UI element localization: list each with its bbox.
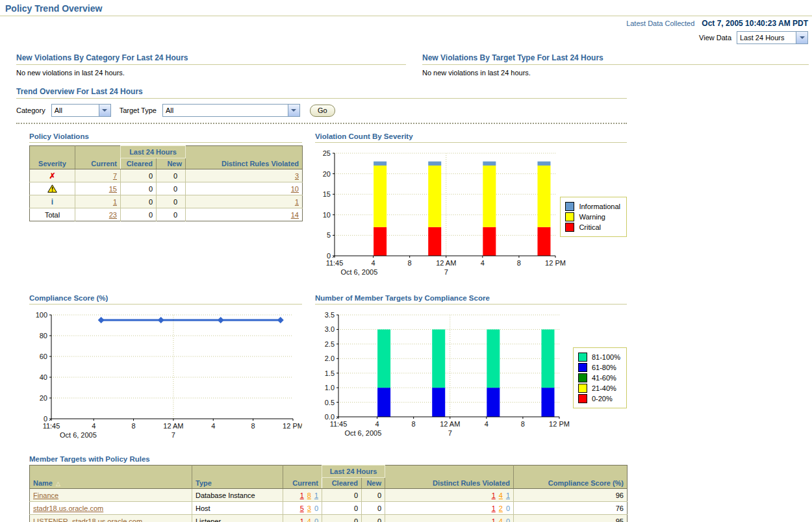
distinct-rules-link[interactable]: 1 xyxy=(295,198,299,206)
cleared-count: 0 xyxy=(354,491,358,499)
svg-text:20: 20 xyxy=(40,394,47,402)
distinct-rules-link[interactable]: 1 xyxy=(492,517,496,522)
column-header-distinct-rules[interactable]: Distinct Rules Violated xyxy=(385,466,514,489)
svg-text:4: 4 xyxy=(375,420,379,428)
policy-violations-panel: Policy Violations Severity Current Last … xyxy=(29,132,302,286)
member-targets-table: Name△ Type Current Last 24 Hours Distinc… xyxy=(29,465,628,522)
legend-swatch xyxy=(578,363,587,372)
new-count: 0 xyxy=(377,504,381,512)
svg-text:3.5: 3.5 xyxy=(325,311,335,319)
column-header-cleared[interactable]: Cleared xyxy=(322,478,362,489)
legend-label: Informational xyxy=(579,203,620,210)
current-violation-count-link[interactable]: 1 xyxy=(300,517,304,522)
current-violation-count-link[interactable]: 1 xyxy=(300,491,304,499)
legend-swatch xyxy=(578,373,587,382)
svg-text:4: 4 xyxy=(211,422,215,430)
collection-meta: Latest Data Collected Oct 7, 2005 10:40:… xyxy=(0,16,812,44)
category-select[interactable]: All xyxy=(51,104,111,117)
current-count-link[interactable]: 23 xyxy=(109,211,117,219)
view-data-select[interactable]: Last 24 Hours xyxy=(737,31,808,44)
target-name-link[interactable]: stadr18.us.oracle.com xyxy=(33,504,103,512)
legend-label: 41-60% xyxy=(592,374,616,382)
total-label: Total xyxy=(45,211,60,219)
svg-text:15: 15 xyxy=(323,190,331,198)
go-button[interactable]: Go xyxy=(310,105,335,117)
view-data-selected-value: Last 24 Hours xyxy=(737,34,787,42)
distinct-rules-link[interactable]: 1 xyxy=(492,504,496,512)
legend-label: 0-20% xyxy=(592,395,613,403)
chevron-down-icon xyxy=(288,105,299,116)
column-header-type[interactable]: Type xyxy=(192,466,283,489)
by-category-empty-text: No new violations in last 24 hours. xyxy=(16,65,406,77)
by-category-title: New Violations By Category For Last 24 H… xyxy=(16,53,406,65)
compliance-chart-panel: Compliance Score (%) 02040608010011:4548… xyxy=(29,294,302,449)
svg-text:8: 8 xyxy=(412,420,416,428)
legend-item: 0-20% xyxy=(578,394,620,403)
compliance-score: 96 xyxy=(616,491,624,499)
legend-label: Critical xyxy=(579,223,601,231)
current-count-link[interactable]: 7 xyxy=(113,172,117,180)
svg-text:4: 4 xyxy=(372,259,375,267)
charts-row-1: Policy Violations Severity Current Last … xyxy=(29,132,627,286)
svg-text:7: 7 xyxy=(171,431,175,439)
column-header-new[interactable]: New xyxy=(362,478,385,489)
column-header-compliance-score[interactable]: Compliance Score (%) xyxy=(514,466,628,489)
critical-icon: ✗ xyxy=(49,171,55,180)
svg-text:1.5: 1.5 xyxy=(325,369,335,377)
distinct-rules-link[interactable]: 2 xyxy=(499,504,503,512)
distinct-rules-link[interactable]: 3 xyxy=(295,172,299,180)
current-violation-count-link[interactable]: 8 xyxy=(307,491,311,499)
current-count-link[interactable]: 1 xyxy=(113,198,117,206)
target-name-link[interactable]: Finance xyxy=(33,491,58,499)
legend-swatch xyxy=(578,353,587,362)
distinct-rules-link: 0 xyxy=(506,517,510,522)
svg-text:4: 4 xyxy=(481,259,485,267)
legend-label: 61-80% xyxy=(592,364,616,371)
targets-chart-panel: Number of Member Targets by Compliance S… xyxy=(315,294,627,449)
svg-text:80: 80 xyxy=(40,332,47,340)
svg-text:1.0: 1.0 xyxy=(325,384,335,392)
by-target-type-empty-text: No new violations in last 24 hours. xyxy=(422,65,809,77)
column-header-new: New xyxy=(157,158,186,169)
distinct-rules-link[interactable]: 1 xyxy=(506,491,510,499)
distinct-rules-link[interactable]: 1 xyxy=(492,491,496,499)
trend-filter-row: Category All Target Type All Go xyxy=(16,99,627,123)
current-violation-count-link[interactable]: 4 xyxy=(307,517,311,522)
distinct-rules-link[interactable]: 4 xyxy=(499,491,503,499)
svg-text:25: 25 xyxy=(323,149,331,157)
cleared-count: 0 xyxy=(149,172,153,180)
cleared-count: 0 xyxy=(354,504,358,512)
target-type-select[interactable]: All xyxy=(162,104,300,117)
chart-canvas: 02040608010011:454812 AM4812 PMOct 6, 20… xyxy=(29,307,302,447)
distinct-rules-link[interactable]: 14 xyxy=(291,211,299,219)
legend-swatch xyxy=(578,384,587,393)
target-type: Database Instance xyxy=(196,491,255,499)
legend-item: Warning xyxy=(565,212,620,221)
column-header-current[interactable]: Current xyxy=(283,466,322,489)
new-violations-row: New Violations By Category For Last 24 H… xyxy=(16,53,812,77)
view-data-label: View Data xyxy=(699,34,731,42)
distinct-rules-link[interactable]: 10 xyxy=(291,185,299,193)
severity-chart-legend: InformationalWarningCritical xyxy=(560,197,627,237)
target-name-link[interactable]: LISTENER_stadr18.us.oracle.com xyxy=(33,517,142,522)
distinct-rules-link[interactable]: 4 xyxy=(499,517,503,522)
sort-ascending-icon: △ xyxy=(56,480,60,487)
latest-data-collected-value: Oct 7, 2005 10:40:23 AM PDT xyxy=(702,19,808,28)
category-label: Category xyxy=(16,106,45,114)
svg-text:12 PM: 12 PM xyxy=(283,422,302,430)
member-targets-title: Member Targets with Policy Rules xyxy=(29,455,627,463)
current-count-link[interactable]: 15 xyxy=(109,185,117,193)
new-count: 0 xyxy=(377,517,381,522)
current-violation-count-link[interactable]: 5 xyxy=(300,504,304,512)
compliance-chart-title: Compliance Score (%) xyxy=(29,294,302,304)
svg-text:0.5: 0.5 xyxy=(325,399,335,406)
current-violation-count-link[interactable]: 3 xyxy=(307,504,311,512)
latest-data-collected-label: Latest Data Collected xyxy=(626,19,694,27)
legend-item: 21-40% xyxy=(578,384,620,393)
dotted-divider xyxy=(16,123,627,124)
column-header-name[interactable]: Name△ xyxy=(30,466,192,489)
policy-violations-row: i1001 xyxy=(30,195,303,208)
current-violation-count-link[interactable]: 1 xyxy=(314,491,318,499)
distinct-rules-link: 0 xyxy=(506,504,510,512)
cleared-count: 0 xyxy=(149,211,153,219)
